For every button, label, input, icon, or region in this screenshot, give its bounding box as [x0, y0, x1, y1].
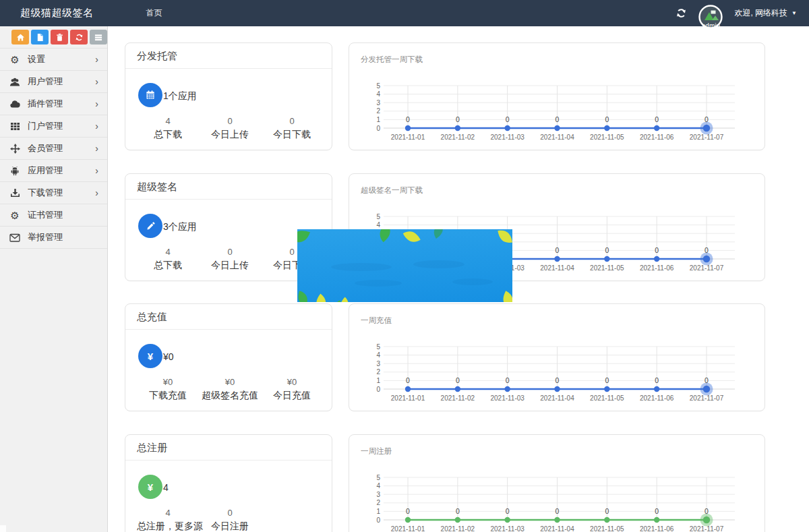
svg-text:4: 4 — [376, 90, 380, 98]
svg-text:0: 0 — [376, 386, 380, 393]
card-main-value: 3个应用 — [163, 221, 197, 233]
chevron-right-icon: › — [95, 144, 98, 153]
stat-value: ¥0 — [261, 377, 323, 387]
avatar[interactable]: admin — [698, 4, 723, 30]
chart-card-distribution-week: 分发托管一周下载01234502021-11-0102021-11-020202… — [349, 42, 765, 150]
trash-icon — [55, 33, 64, 42]
scrollbar-corner — [0, 525, 6, 532]
sidebar-item-cert-mgmt[interactable]: ⚙证书管理 — [0, 204, 107, 226]
sidebar-item-member-mgmt[interactable]: 会员管理› — [0, 137, 107, 159]
stat-value: ¥0 — [199, 377, 261, 387]
card-title: 总注册 — [125, 435, 332, 461]
card-title: 超级签名 — [125, 174, 332, 200]
svg-text:0: 0 — [376, 125, 380, 132]
stat-column: 4总注册，更多源 — [137, 508, 199, 532]
sidebar-item-label: 插件管理 — [28, 98, 63, 110]
stat-columns: 4总下载0今日上传0今日下载 — [137, 247, 323, 272]
user-menu[interactable]: 欢迎, 网络科技 ▼ — [734, 7, 797, 19]
chevron-right-icon: › — [95, 99, 98, 109]
svg-text:0: 0 — [456, 507, 460, 515]
sidebar-toolbar — [0, 26, 107, 48]
navbar-right: admin 欢迎, 网络科技 ▼ — [676, 0, 809, 30]
stat-card-recharge: 总充值¥¥0¥0下载充值¥0超级签名充值¥0今日充值 — [125, 303, 332, 411]
chart-title: 分发托管一周下载 — [361, 55, 423, 63]
svg-text:2021-11-02: 2021-11-02 — [441, 525, 475, 532]
svg-text:2021-11-06: 2021-11-06 — [640, 525, 674, 532]
svg-text:2: 2 — [376, 499, 380, 506]
card-main-value: 1个应用 — [163, 90, 197, 102]
card-title: 分发托管 — [125, 43, 332, 69]
dashboard-row-distribution: 分发托管1个应用4总下载0今日上传0今日下载分发托管一周下载0123450202… — [125, 42, 765, 150]
stat-value: 0 — [261, 116, 323, 126]
chevron-right-icon: › — [95, 166, 98, 175]
stat-card-distribution: 分发托管1个应用4总下载0今日上传0今日下载 — [125, 42, 332, 150]
stat-label: 今日上传 — [199, 260, 261, 272]
stat-value: 4 — [137, 116, 199, 126]
stat-label: 总注册，更多源 — [137, 521, 199, 532]
sidebar-item-portal-mgmt[interactable]: 门户管理› — [0, 115, 107, 137]
svg-text:0: 0 — [655, 376, 659, 384]
nav-home[interactable]: 首页 — [146, 7, 162, 19]
svg-text:0: 0 — [506, 507, 510, 515]
svg-text:0: 0 — [556, 507, 560, 515]
sidebar-item-app-mgmt[interactable]: 应用管理› — [0, 159, 107, 181]
chevron-right-icon: › — [95, 121, 98, 131]
sidebar-item-report-mgmt[interactable]: 举报管理 — [0, 226, 107, 249]
svg-text:2: 2 — [376, 107, 380, 115]
svg-text:0: 0 — [406, 507, 410, 515]
welcome-text: 欢迎, 网络科技 — [734, 7, 787, 19]
svg-text:2021-11-07: 2021-11-07 — [690, 264, 724, 272]
refresh-icon[interactable] — [676, 7, 687, 19]
svg-text:2021-11-01: 2021-11-01 — [391, 525, 425, 532]
svg-text:0: 0 — [556, 115, 560, 123]
svg-text:2021-11-07: 2021-11-07 — [690, 394, 724, 402]
avatar-label: admin — [702, 22, 720, 30]
chart-plot[interactable]: 分发托管一周下载01234502021-11-0102021-11-020202… — [349, 43, 765, 150]
stat-label: 今日上传 — [199, 129, 261, 141]
svg-text:3: 3 — [376, 491, 380, 498]
toolbar-button-recycle[interactable] — [70, 30, 88, 45]
stat-value: ¥0 — [137, 377, 199, 387]
card-body: 1个应用4总下载0今日上传0今日下载 — [125, 69, 332, 150]
dashboard-row-register: 总注册¥44总注册，更多源0今日注册一周注册01234502021-11-010… — [125, 434, 765, 532]
chart-plot[interactable]: 一周注册01234502021-11-0102021-11-0202021-11… — [349, 435, 765, 532]
sidebar-menu: ⚙设置›用户管理›插件管理›门户管理›会员管理›应用管理›下载管理›⚙证书管理举… — [0, 48, 107, 249]
svg-text:2021-11-06: 2021-11-06 — [640, 394, 674, 402]
svg-text:3: 3 — [376, 360, 380, 367]
sidebar-item-settings[interactable]: ⚙设置› — [0, 48, 107, 70]
sidebar-item-plugin-mgmt[interactable]: 插件管理› — [0, 92, 107, 115]
sidebar-item-label: 证书管理 — [28, 209, 63, 221]
svg-text:2021-11-04: 2021-11-04 — [540, 134, 574, 141]
list-icon — [94, 33, 103, 42]
toolbar-button-trash[interactable] — [51, 30, 68, 45]
sidebar: ⚙设置›用户管理›插件管理›门户管理›会员管理›应用管理›下载管理›⚙证书管理举… — [0, 26, 108, 532]
svg-text:0: 0 — [506, 376, 510, 384]
svg-text:0: 0 — [556, 246, 560, 254]
sidebar-item-label: 下载管理 — [28, 187, 63, 199]
sidebar-item-user-mgmt[interactable]: 用户管理› — [0, 70, 107, 92]
toolbar-button-file[interactable] — [31, 30, 49, 45]
toolbar-button-list[interactable] — [90, 30, 107, 45]
stat-column: ¥0超级签名充值 — [199, 377, 261, 402]
svg-text:2021-11-04: 2021-11-04 — [540, 264, 574, 272]
toolbar-button-home[interactable] — [11, 30, 29, 45]
svg-text:2021-11-01: 2021-11-01 — [391, 134, 425, 141]
svg-text:2021-11-02: 2021-11-02 — [441, 394, 475, 402]
stat-column: 0今日注册 — [199, 508, 261, 532]
chart-plot[interactable]: 一周充值01234502021-11-0102021-11-0202021-11… — [349, 304, 765, 411]
stat-value: 0 — [199, 247, 261, 257]
sidebar-item-label: 设置 — [28, 53, 45, 65]
card-body: ¥¥0¥0下载充值¥0超级签名充值¥0今日充值 — [125, 330, 332, 411]
svg-text:2021-11-03: 2021-11-03 — [490, 525, 525, 532]
card-main-value: 4 — [163, 482, 169, 493]
chevron-right-icon: › — [95, 188, 98, 198]
svg-text:0: 0 — [655, 507, 659, 515]
card-title: 总充值 — [125, 304, 332, 330]
sidebar-item-download-mgmt[interactable]: 下载管理› — [0, 181, 107, 204]
download-icon — [8, 188, 22, 198]
stat-columns: 4总注册，更多源0今日注册 — [137, 508, 261, 532]
svg-text:2021-11-05: 2021-11-05 — [590, 134, 624, 141]
app-title[interactable]: 超级猫超级签名 — [20, 7, 94, 20]
stat-value: 4 — [137, 508, 199, 518]
recycle-icon — [75, 33, 84, 42]
